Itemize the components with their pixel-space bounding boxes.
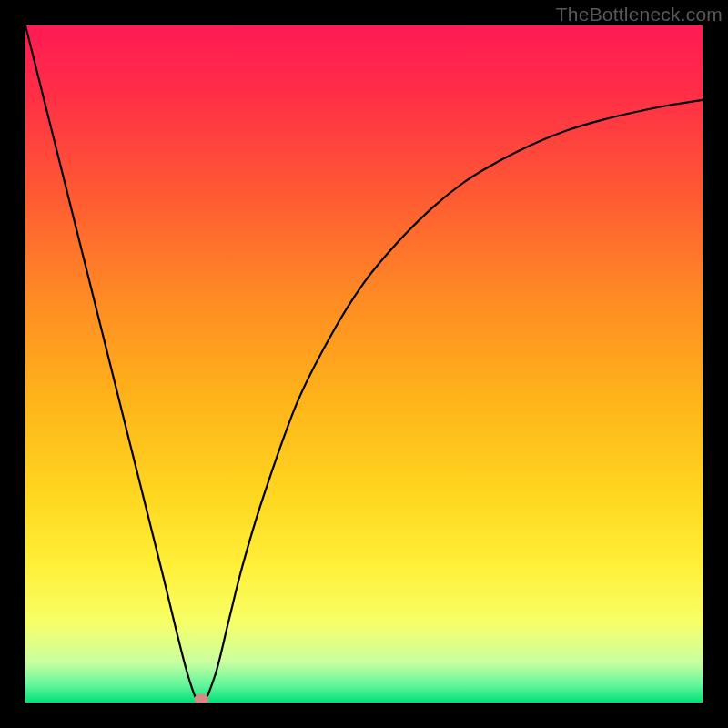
chart-frame: [25, 25, 703, 703]
watermark-text: TheBottleneck.com: [556, 4, 723, 25]
chart-background: [25, 25, 703, 703]
bottleneck-chart: [25, 25, 703, 703]
